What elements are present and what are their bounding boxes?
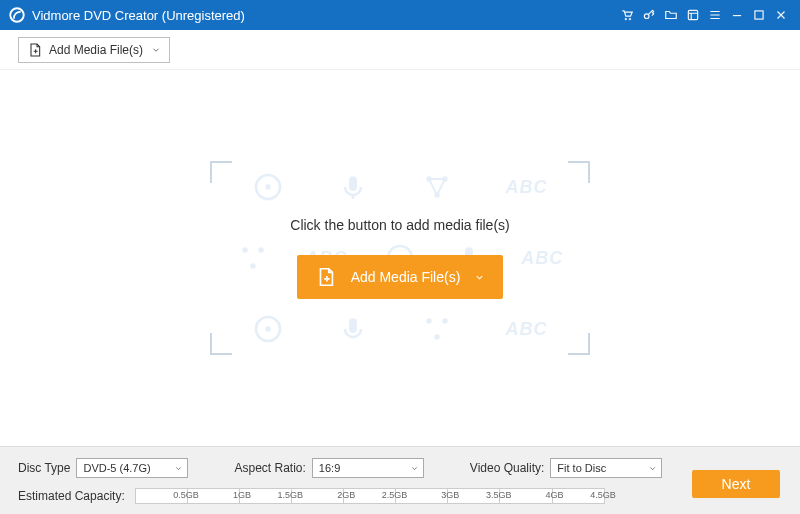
svg-point-12 (242, 247, 247, 252)
video-quality-value: Fit to Disc (557, 462, 606, 474)
maximize-icon[interactable] (748, 4, 770, 26)
add-media-button-toolbar[interactable]: Add Media File(s) (18, 37, 170, 63)
svg-point-22 (435, 334, 440, 339)
menu-icon[interactable] (704, 4, 726, 26)
svg-rect-5 (755, 11, 763, 19)
chevron-down-icon (648, 464, 657, 473)
add-media-button-main[interactable]: Add Media File(s) (297, 255, 504, 299)
chevron-down-icon (474, 272, 485, 283)
dropzone-hint: Click the button to add media file(s) (290, 217, 509, 233)
aspect-ratio-select[interactable]: 16:9 (312, 458, 424, 478)
svg-point-18 (266, 326, 271, 331)
svg-point-20 (427, 318, 432, 323)
svg-point-14 (250, 263, 255, 268)
svg-point-3 (644, 14, 649, 19)
aspect-ratio-label: Aspect Ratio: (234, 461, 305, 475)
svg-point-0 (10, 8, 24, 22)
disc-type-label: Disc Type (18, 461, 70, 475)
capacity-bar: 0.5GB 1GB 1.5GB 2GB 2.5GB 3GB 3.5GB 4GB … (135, 488, 605, 504)
folder-icon[interactable] (660, 4, 682, 26)
add-media-label: Add Media File(s) (49, 43, 143, 57)
close-icon[interactable] (770, 4, 792, 26)
next-button[interactable]: Next (692, 470, 780, 498)
top-toolbar: Add Media File(s) (0, 30, 800, 70)
bottombar: Disc Type DVD-5 (4.7G) Aspect Ratio: 16:… (0, 446, 800, 514)
chevron-down-icon (174, 464, 183, 473)
minimize-icon[interactable] (726, 4, 748, 26)
chevron-down-icon (410, 464, 419, 473)
app-title: Vidmore DVD Creator (Unregistered) (32, 8, 245, 23)
video-quality-label: Video Quality: (470, 461, 545, 475)
main-area: ABC ABC ABC ABC Click the button to add … (0, 70, 800, 446)
svg-point-1 (625, 18, 627, 20)
svg-point-2 (629, 18, 631, 20)
dropzone[interactable]: ABC ABC ABC ABC Click the button to add … (210, 161, 590, 355)
svg-rect-19 (349, 318, 357, 333)
cart-icon[interactable] (616, 4, 638, 26)
titlebar: Vidmore DVD Creator (Unregistered) (0, 0, 800, 30)
svg-point-21 (443, 318, 448, 323)
app-logo-icon (8, 6, 26, 24)
aspect-ratio-value: 16:9 (319, 462, 340, 474)
chevron-down-icon (151, 45, 161, 55)
template-icon[interactable] (682, 4, 704, 26)
disc-type-select[interactable]: DVD-5 (4.7G) (76, 458, 188, 478)
svg-point-7 (266, 184, 271, 189)
capacity-tick: 4.5GB (590, 490, 616, 500)
file-add-icon (27, 42, 43, 58)
svg-rect-8 (349, 176, 357, 191)
disc-type-value: DVD-5 (4.7G) (83, 462, 150, 474)
svg-point-13 (258, 247, 263, 252)
key-icon[interactable] (638, 4, 660, 26)
svg-rect-4 (688, 10, 697, 19)
estimated-capacity-label: Estimated Capacity: (18, 489, 125, 503)
add-media-label: Add Media File(s) (351, 269, 461, 285)
file-add-icon (315, 266, 337, 288)
video-quality-select[interactable]: Fit to Disc (550, 458, 662, 478)
